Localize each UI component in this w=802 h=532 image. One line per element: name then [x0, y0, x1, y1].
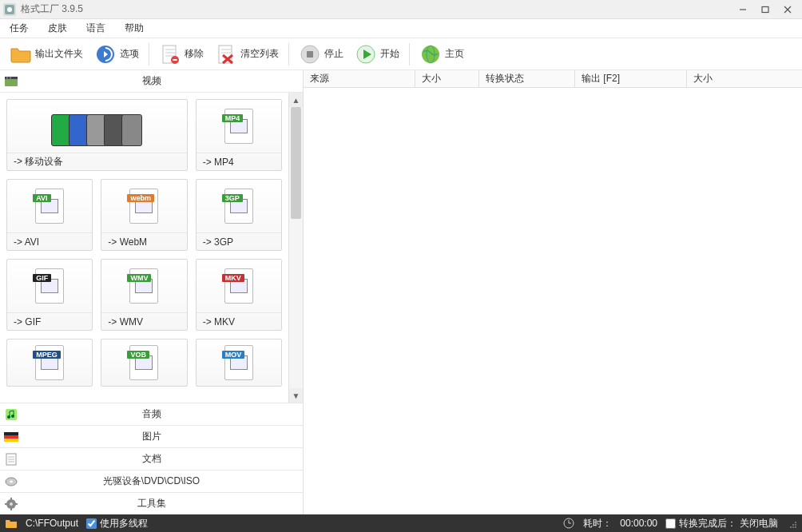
category-row[interactable]: 文档 [0, 447, 303, 470]
app-icon [3, 3, 16, 16]
maximize-button[interactable] [754, 2, 776, 18]
column-header[interactable]: 来源 [304, 70, 415, 87]
tile-label: -> GIF [7, 312, 92, 330]
menu-skin[interactable]: 皮肤 [45, 20, 70, 37]
category-label: 图片 [142, 430, 161, 443]
clear-label: 清空列表 [240, 47, 279, 61]
stop-label: 停止 [324, 47, 343, 61]
format-tile[interactable]: 3GP-> 3GP [196, 179, 282, 251]
after-done-checkbox[interactable]: 转换完成后： 关闭电脑 [665, 517, 778, 530]
format-tile[interactable]: -> 移动设备 [6, 99, 188, 171]
image-icon [3, 429, 19, 445]
tools-icon [3, 496, 19, 512]
remove-button[interactable]: 移除 [154, 40, 208, 69]
menubar: 任务 皮肤 语言 帮助 [0, 19, 802, 38]
start-label: 开始 [380, 47, 399, 61]
category-header-video[interactable]: 视频 [0, 70, 303, 93]
category-label: 工具集 [137, 497, 166, 510]
svg-point-40 [10, 502, 13, 506]
format-tile[interactable]: webm-> WebM [101, 179, 187, 251]
options-button[interactable]: 选项 [89, 40, 144, 69]
tile-label: -> WebM [101, 232, 186, 250]
clear-list-button[interactable]: 清空列表 [210, 40, 284, 69]
tile-label: -> 3GP [197, 232, 281, 250]
start-button[interactable]: 开始 [350, 40, 404, 69]
after-done-label: 转换完成后： [679, 517, 736, 530]
column-header[interactable]: 大小 [415, 70, 479, 87]
svg-point-48 [795, 526, 796, 528]
svg-point-38 [10, 480, 13, 482]
folder-icon [10, 43, 32, 66]
tile-label: -> 移动设备 [7, 153, 187, 170]
scroll-down-button[interactable]: ▼ [289, 388, 303, 403]
format-tile[interactable]: MKV-> MKV [196, 259, 282, 331]
menu-task[interactable]: 任务 [6, 20, 32, 37]
stop-button[interactable]: 停止 [294, 40, 348, 69]
close-button[interactable] [776, 2, 799, 18]
minimize-button[interactable] [732, 2, 754, 18]
svg-point-26 [10, 77, 11, 78]
format-tile[interactable]: MOV [196, 339, 282, 387]
scroll-up-button[interactable]: ▲ [289, 93, 303, 107]
menu-help[interactable]: 帮助 [121, 20, 147, 37]
format-tile[interactable]: VOB [101, 339, 187, 387]
tile-label: -> MKV [197, 312, 281, 330]
music-icon [3, 407, 19, 423]
output-folder-label: 输出文件夹 [35, 47, 83, 61]
multithread-checkbox[interactable]: 使用多线程 [86, 517, 148, 530]
document-icon [3, 451, 19, 467]
resize-grip[interactable] [786, 518, 797, 529]
after-done-value: 关闭电脑 [740, 517, 778, 530]
format-grid-wrap: -> 移动设备MP4-> MP4AVI-> AVIwebm-> WebM3GP-… [0, 93, 303, 403]
column-header[interactable]: 转换状态 [479, 70, 575, 87]
format-tile[interactable]: WMV-> WMV [101, 259, 187, 331]
svg-rect-42 [10, 507, 12, 510]
svg-point-52 [792, 524, 794, 526]
output-folder-button[interactable]: 输出文件夹 [5, 40, 88, 69]
svg-rect-30 [4, 432, 18, 435]
category-row[interactable]: 工具集 [0, 492, 303, 514]
remove-icon [159, 43, 181, 66]
category-title: 视频 [142, 74, 161, 88]
svg-rect-41 [10, 498, 12, 501]
svg-rect-44 [14, 503, 18, 505]
toolbar: 输出文件夹 选项 移除 清空列表 停止 开始 主页 [0, 38, 802, 70]
tile-icon: GIF [7, 260, 92, 312]
column-header[interactable]: 大小 [687, 70, 802, 87]
table-header: 来源大小转换状态输出 [F2]大小 [304, 70, 802, 88]
scroll-thumb[interactable] [291, 107, 301, 219]
category-row[interactable]: 光驱设备\DVD\CD\ISO [0, 470, 303, 492]
options-label: 选项 [120, 47, 139, 61]
column-header[interactable]: 输出 [F2] [575, 70, 687, 87]
format-tile[interactable]: GIF-> GIF [6, 259, 93, 331]
tile-icon: MKV [197, 260, 281, 312]
folder-small-icon[interactable] [5, 517, 18, 530]
window-title: 格式工厂 3.9.5 [21, 2, 732, 16]
category-row[interactable]: 图片 [0, 425, 303, 447]
tile-icon: WMV [101, 260, 186, 312]
elapsed-label: 耗时： [583, 517, 612, 530]
homepage-label: 主页 [445, 47, 464, 61]
homepage-button[interactable]: 主页 [415, 40, 469, 69]
svg-rect-19 [307, 51, 313, 58]
scroll-track[interactable] [289, 107, 303, 388]
video-icon [3, 73, 19, 89]
category-row[interactable]: 音频 [0, 403, 303, 425]
format-tile[interactable]: MP4-> MP4 [196, 99, 282, 171]
main-area: 视频 -> 移动设备MP4-> MP4AVI-> AVIwebm-> WebM3… [0, 70, 802, 514]
svg-rect-31 [4, 435, 18, 439]
svg-point-51 [790, 526, 792, 528]
table-body [304, 88, 802, 514]
output-path[interactable]: C:\FFOutput [26, 518, 78, 529]
clock-icon [562, 517, 575, 530]
tile-icon: MPEG [7, 339, 92, 386]
multithread-input[interactable] [86, 518, 97, 529]
svg-point-25 [6, 77, 8, 78]
format-tile[interactable]: MPEG [6, 339, 93, 387]
globe-icon [419, 43, 442, 66]
svg-rect-3 [762, 6, 768, 12]
menu-language[interactable]: 语言 [83, 20, 109, 37]
format-tile[interactable]: AVI-> AVI [6, 179, 93, 251]
after-done-input[interactable] [665, 518, 676, 529]
scrollbar[interactable]: ▲ ▼ [288, 93, 303, 403]
